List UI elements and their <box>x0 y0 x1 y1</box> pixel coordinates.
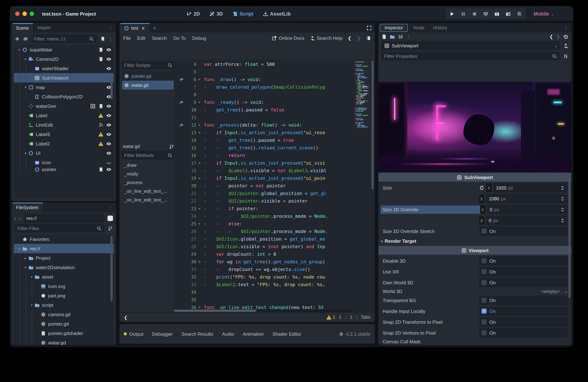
sort-files-icon[interactable] <box>107 226 113 231</box>
script-item-pointer-gd[interactable]: pointer.gd <box>122 72 175 81</box>
code-line-22[interactable]: 22»»$UI/pointer.visible = pointer <box>174 197 375 205</box>
number-field[interactable]: 1080px <box>486 194 568 203</box>
code-line-30[interactable]: 30▼»for wg in get_tree().get_nodes_in_gr… <box>174 258 375 266</box>
code-line-25[interactable]: 25▼»»else: <box>174 220 375 228</box>
play-icon[interactable] <box>449 11 455 17</box>
scene-node-icon[interactable]: Icon <box>14 158 114 167</box>
code-line-21[interactable]: 21»»$UI/pointer.global_position = get_gl <box>174 190 375 197</box>
eye-icon[interactable] <box>106 66 111 71</box>
method-item[interactable]: _on_line_edit_text_... <box>121 196 176 205</box>
mode-tab-2d[interactable]: 2D <box>187 11 200 17</box>
checkbox-icon[interactable] <box>481 308 486 314</box>
tab-history[interactable]: History <box>429 23 452 33</box>
distraction-free-icon[interactable] <box>366 23 375 33</box>
property-label[interactable]: Canvas Cull Mask <box>383 339 479 344</box>
fs-item-res-[interactable]: ▾res:// <box>14 244 114 253</box>
fs-item-project[interactable]: ▸Project <box>14 253 114 263</box>
code-line-18[interactable]: 18»»$Label3.visible = not $Label3.visibl <box>174 167 375 174</box>
code-line-28[interactable]: 28»$UI/Icon.visible = (not pointer) and … <box>174 243 375 250</box>
code-line-4[interactable]: 4var attrForce: float = 500 <box>174 60 375 68</box>
eye-icon[interactable] <box>106 103 111 109</box>
tab-import[interactable]: Import <box>33 23 55 33</box>
unique-box-icon[interactable] <box>90 103 96 109</box>
code-line-15[interactable]: 15»»get_tree().reload_current_scene() <box>174 144 375 152</box>
code-line-29[interactable]: 29»var dropCount: int = 0 <box>174 250 375 258</box>
grid-view-toggle[interactable] <box>107 215 113 221</box>
inspector-scrollbar[interactable] <box>568 179 571 298</box>
scene-node-label[interactable]: Label <box>14 111 114 120</box>
history-forward-icon[interactable]: ❯ <box>357 35 361 41</box>
movie-reel-icon[interactable] <box>517 11 522 17</box>
menu-file[interactable]: File <box>123 35 131 41</box>
minimize-window-button[interactable] <box>22 12 27 16</box>
code-line-31[interactable]: 31»»dropCount += wg.objects.size() <box>174 266 375 273</box>
checkbox-field[interactable]: On <box>479 278 568 287</box>
path-field[interactable]: res:// <box>23 214 105 223</box>
fold-panel-icon[interactable]: ❮ <box>124 315 128 320</box>
script-icon[interactable] <box>98 103 104 109</box>
property-tools-icon[interactable] <box>563 53 568 59</box>
code-line-17[interactable]: 17▼»if Input.is_action_just_pressed("ui_… <box>174 159 375 167</box>
tab-test-scene[interactable]: test ✕ <box>120 23 149 33</box>
fs-item-pointer-gdshader[interactable]: pointer.gdshader <box>14 328 114 338</box>
nav-forward-icon[interactable]: › <box>19 215 21 221</box>
search-help-button[interactable]: ᴅᴏᴄ Search Help <box>309 35 342 41</box>
scene-node-pointer[interactable]: pointer <box>14 167 114 172</box>
menu-debug[interactable]: Debug <box>192 35 206 41</box>
history-back-icon[interactable]: ❮ <box>348 35 352 41</box>
code-line-6[interactable]: 6▼func _draw() -> void: <box>174 76 375 83</box>
fs-item-pointer-gd[interactable]: pointer.gd <box>14 319 114 328</box>
tab-node[interactable]: Node <box>409 23 429 33</box>
close-window-button[interactable] <box>15 12 20 16</box>
code-line-13[interactable]: 13▼»if Input.is_action_just_pressed("ui_… <box>174 129 375 136</box>
number-field[interactable]: 0px <box>486 216 568 225</box>
property-label[interactable]: Handle Input Locally <box>383 308 479 314</box>
history-back-icon[interactable]: ❮ <box>549 34 553 39</box>
property-label[interactable]: Snap 2D Transforms to Pixel <box>383 319 479 325</box>
revert-icon[interactable] <box>479 185 484 191</box>
fs-item-icon-svg[interactable]: icon.svg <box>14 281 114 291</box>
scene-node-collisionpolygon2d[interactable]: CollisionPolygon2D <box>14 92 114 101</box>
chevron-down-icon[interactable]: ▾ <box>23 57 28 61</box>
fold-icon[interactable]: ▼ <box>196 176 202 180</box>
code-line-23[interactable]: 23▼»»if pointer: <box>174 205 375 212</box>
code-line-10[interactable]: 10»get_tree().paused = false <box>174 106 375 114</box>
chevron-down-icon[interactable]: ▾ <box>23 151 28 155</box>
checkbox-icon[interactable] <box>481 229 486 234</box>
code-line-34[interactable]: 34 <box>174 288 375 296</box>
spin-icon[interactable] <box>560 207 565 212</box>
chevron-down-icon[interactable]: ▾ <box>17 48 22 52</box>
attach-script-button[interactable] <box>100 36 105 41</box>
bottom-tab-debugger[interactable]: Debugger <box>152 331 173 337</box>
eye-icon[interactable] <box>106 122 111 128</box>
mode-tab-assetlib[interactable]: AssetLib <box>263 11 291 17</box>
property-label[interactable]: Own World 3D <box>383 280 479 285</box>
new-tab-button[interactable]: + <box>149 23 160 33</box>
clapper-icon[interactable] <box>505 11 511 17</box>
property-label[interactable]: Use XR <box>383 269 479 274</box>
scene-node-lineedit[interactable]: LineEdit <box>14 120 114 130</box>
add-node-button[interactable] <box>15 36 20 41</box>
panel-menu-icon[interactable]: ⋮ <box>108 23 116 33</box>
scene-node-watargen[interactable]: watarGen <box>14 101 114 111</box>
scene-scrollbar[interactable] <box>110 76 113 99</box>
section-header-subviewport[interactable]: SubViewport <box>378 173 571 182</box>
script-icon[interactable] <box>98 47 104 52</box>
checkbox-field[interactable]: On <box>479 328 568 338</box>
chevron-down-icon[interactable]: ▾ <box>29 303 34 307</box>
warning-icon[interactable] <box>98 141 104 146</box>
property-label[interactable]: World 3D <box>383 289 479 294</box>
fold-icon[interactable]: ▼ <box>196 123 202 127</box>
fold-icon[interactable]: ▼ <box>196 77 202 81</box>
panel-menu-icon[interactable]: ⋮ <box>564 23 571 33</box>
fold-icon[interactable]: ▼ <box>196 306 202 309</box>
number-field[interactable]: 0px <box>487 205 568 214</box>
method-item[interactable]: _ready <box>121 170 176 178</box>
edit-history-icon[interactable] <box>563 34 568 39</box>
spin-icon[interactable] <box>560 196 565 201</box>
checkbox-icon[interactable] <box>481 280 486 285</box>
scene-node-supawatar[interactable]: ▾supaWatar <box>14 45 114 54</box>
checkbox-icon[interactable] <box>481 269 486 274</box>
code-line-8[interactable]: 8 <box>174 91 375 98</box>
eye-icon[interactable] <box>106 47 111 52</box>
